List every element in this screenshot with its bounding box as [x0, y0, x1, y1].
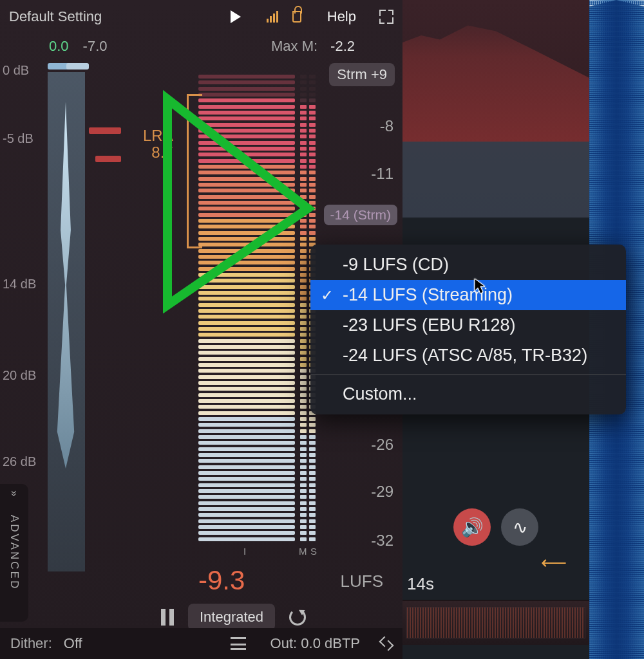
scale-tick: 20 dB — [3, 368, 36, 383]
meter-label-i: I — [243, 546, 246, 557]
lra-value: 8.7 — [143, 144, 173, 161]
peak-marker — [89, 127, 121, 134]
pause-button[interactable] — [161, 609, 174, 626]
lock-icon[interactable] — [292, 11, 301, 23]
help-button[interactable]: Help — [327, 8, 356, 25]
bottom-bar: Dither: Off Out: 0.0 dBTP — [0, 628, 402, 659]
speaker-icon: 🔊 — [461, 517, 484, 538]
scale-tick: -29 — [371, 483, 393, 501]
signal-icon — [267, 11, 278, 23]
meter-label-m: M — [299, 546, 307, 557]
peak-value-grey: -7.0 — [83, 38, 108, 55]
scale-tick: 26 dB — [3, 454, 36, 469]
lra-readout: LRA 8.7 — [143, 127, 173, 162]
target-loudness-badge[interactable]: -14 (Strm) — [324, 205, 398, 225]
timecode: 14s — [407, 574, 434, 594]
scale-tick: 14 dB — [3, 277, 36, 292]
scale-tick: 0 dB — [3, 63, 29, 78]
topbar: Default Setting Help — [0, 0, 402, 33]
lra-bracket — [187, 94, 202, 248]
waveform-icon: ∿ — [513, 517, 527, 538]
advanced-tab[interactable]: » ADVANCED — [0, 484, 28, 622]
lufs-meter — [198, 75, 295, 543]
peak-value-green: 0.0 — [49, 38, 69, 55]
timeline-mini[interactable] — [402, 600, 589, 645]
scale-tick: -8 — [380, 117, 393, 135]
chevron-right-icon: » — [8, 490, 21, 498]
true-peak-meter — [48, 63, 85, 571]
wave-button[interactable]: ∿ — [501, 508, 538, 546]
max-m-label: Max M: — [271, 38, 317, 55]
max-m-value: -2.2 — [330, 38, 355, 55]
speaker-button[interactable]: 🔊 — [453, 508, 491, 546]
menu-item-custom[interactable]: Custom... — [310, 379, 626, 409]
checkmark-icon: ✓ — [321, 286, 334, 304]
integrated-button[interactable]: Integrated — [188, 604, 275, 631]
readout-row: 0.0 -7.0 Max M: -2.2 — [0, 33, 402, 59]
scale-tick: -11 — [371, 165, 393, 183]
reset-button[interactable] — [289, 609, 306, 626]
menu-item-atsc[interactable]: -24 LUFS (ATSC A/85, TR-B32) — [310, 340, 626, 371]
scale-tick: -32 — [371, 532, 393, 550]
stream-offset-badge[interactable]: Strm +9 — [329, 63, 395, 86]
output-readout: Out: 0.0 dBTP — [270, 635, 360, 652]
preset-name[interactable]: Default Setting — [9, 8, 102, 25]
peak-marker — [95, 156, 121, 162]
lufs-unit-label: LUFS — [341, 571, 383, 591]
menu-item-cd[interactable]: -9 LUFS (CD) — [310, 250, 626, 280]
menu-item-streaming[interactable]: ✓-14 LUFS (Streaming) — [310, 280, 626, 310]
play-icon[interactable] — [231, 10, 241, 23]
scale-tick: -5 dB — [3, 131, 33, 146]
integrated-value: -9.3 — [198, 565, 245, 596]
meter-label-s: S — [310, 546, 317, 557]
resize-icon[interactable] — [381, 638, 392, 649]
arrow-left-icon: ⟵ — [541, 552, 567, 573]
menu-item-ebu[interactable]: -23 LUFS (EBU R128) — [310, 310, 626, 340]
momentary-meter — [300, 75, 307, 543]
dither-value[interactable]: Off — [64, 635, 82, 652]
menu-separator — [310, 375, 626, 375]
target-loudness-menu[interactable]: -9 LUFS (CD) ✓-14 LUFS (Streaming) -23 L… — [310, 245, 626, 414]
dither-label: Dither: — [10, 635, 52, 652]
lra-label-text: LRA — [143, 127, 173, 144]
spectrum-lower — [402, 142, 589, 218]
fullscreen-icon[interactable] — [379, 10, 393, 24]
control-row: Integrated — [161, 604, 306, 631]
scale-tick: -26 — [371, 436, 393, 454]
advanced-label: ADVANCED — [8, 515, 21, 590]
compare-icon[interactable] — [231, 637, 246, 650]
